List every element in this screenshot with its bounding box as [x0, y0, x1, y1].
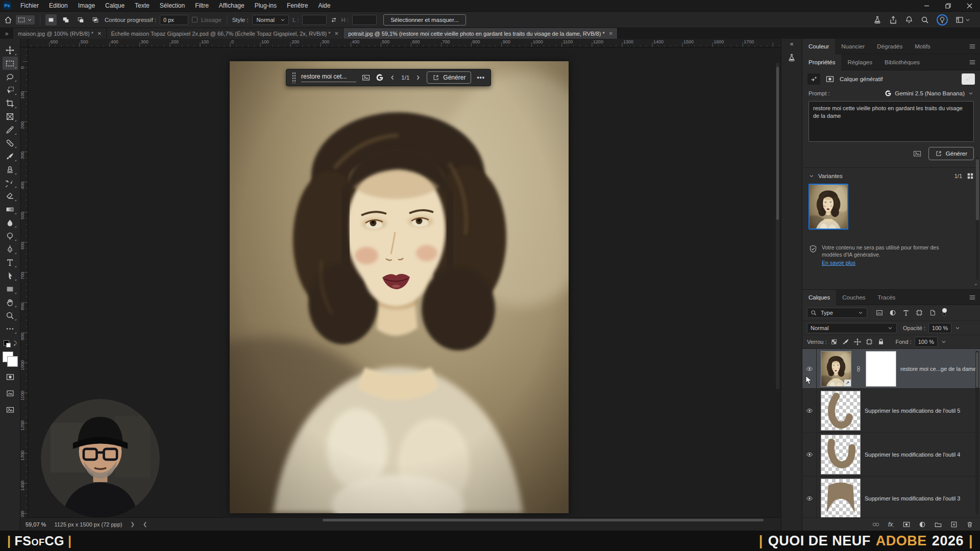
screen-mode-icon[interactable]	[3, 387, 18, 399]
filter-pixel-layers-icon[interactable]	[874, 308, 885, 318]
delete-layer-icon[interactable]	[966, 521, 973, 528]
foreground-background-swatches[interactable]	[3, 352, 18, 367]
vertical-ruler[interactable]: 0100200300400500600700800900100011001200…	[20, 47, 28, 517]
eraser-tool[interactable]	[3, 189, 18, 203]
layer-name[interactable]: restore moi ce...ge de la dame	[900, 366, 976, 372]
drag-handle-icon[interactable]	[292, 72, 296, 83]
scroll-down-icon[interactable]: ⌄	[974, 281, 978, 286]
home-icon[interactable]	[4, 16, 12, 24]
search-icon[interactable]	[921, 16, 929, 24]
layer-thumbnail[interactable]	[821, 391, 861, 431]
gradient-tool[interactable]	[3, 203, 18, 216]
document-tab-3[interactable]: potrait.jpg @ 59,1% (restore moi cette v…	[344, 28, 618, 39]
layer-thumbnail[interactable]	[821, 435, 861, 474]
filter-shape-layers-icon[interactable]	[914, 308, 924, 318]
layers-scrollbar[interactable]	[975, 351, 979, 514]
filter-toggle[interactable]	[941, 308, 947, 318]
filter-adjustment-layers-icon[interactable]	[888, 308, 898, 318]
horizontal-ruler[interactable]: 6005004003002001000100200300400500600700…	[20, 39, 781, 47]
brush-tool[interactable]	[3, 149, 18, 163]
canvas[interactable]: 0100200300400500600700800900100011001200…	[20, 47, 781, 517]
rectangle-tool[interactable]	[3, 282, 18, 295]
clone-stamp-tool[interactable]	[3, 163, 18, 176]
lock-position-icon[interactable]	[853, 338, 862, 346]
selection-mode-subtract-icon[interactable]	[75, 14, 86, 26]
spot-healing-brush-tool[interactable]	[3, 136, 18, 149]
prompt-input[interactable]: restore moi cet...	[301, 73, 356, 82]
close-button[interactable]	[959, 0, 980, 11]
previous-variant-icon[interactable]	[389, 74, 396, 81]
reference-image-icon[interactable]	[362, 73, 370, 82]
tab-close-icon[interactable]: ×	[335, 30, 339, 37]
panel-tab-couleur[interactable]: Couleur	[802, 39, 835, 54]
collapsed-panel-flask-icon[interactable]	[788, 54, 796, 62]
tab-close-icon[interactable]: ×	[609, 30, 613, 37]
lasso-tool[interactable]	[3, 70, 18, 83]
layer-thumbnail[interactable]: ↗	[821, 351, 851, 387]
visibility-toggle-eye-icon[interactable]	[802, 477, 817, 517]
default-swap-colors[interactable]: ⤸	[4, 340, 17, 347]
panel-tab-propri-t-s[interactable]: Propriétés	[802, 54, 841, 70]
history-brush-tool[interactable]	[3, 176, 18, 189]
frame-tool[interactable]	[3, 110, 18, 123]
anti-alias-checkbox[interactable]	[192, 17, 198, 22]
object-selection-tool[interactable]	[3, 83, 18, 96]
panel-tab-couches[interactable]: Couches	[836, 290, 871, 305]
menu-item-affichage[interactable]: Affichage	[214, 2, 250, 9]
menu-item-filtre[interactable]: Filtre	[190, 2, 214, 9]
path-selection-tool[interactable]	[3, 269, 18, 282]
collapse-variants-icon[interactable]	[808, 173, 815, 179]
layer-row-2[interactable]: Supprimer les modifications de l'outil 5	[802, 389, 980, 433]
beta-flask-icon[interactable]	[873, 16, 881, 24]
discover-lightbulb-icon[interactable]	[937, 14, 948, 26]
panel-menu-icon[interactable]	[969, 59, 976, 66]
layer-row-1[interactable]: ↗restore moi ce...ge de la dame	[802, 349, 980, 389]
generate-button[interactable]: Générer	[427, 71, 471, 84]
horizontal-scrollbar[interactable]	[323, 519, 764, 521]
more-options-icon[interactable]: •••	[477, 74, 485, 81]
menu-item-plug-ins[interactable]: Plug-ins	[250, 2, 282, 9]
variant-thumbnail-selected[interactable]	[808, 184, 848, 230]
width-input[interactable]	[302, 15, 327, 25]
menu-item-calque[interactable]: Calque	[100, 2, 130, 9]
panel-tab-calques[interactable]: Calques	[802, 290, 836, 305]
layer-style-fx-icon[interactable]: fx˯	[888, 521, 894, 528]
generative-task-bar[interactable]: restore moi cet... 1/1 Générer •••	[286, 69, 491, 86]
share-icon[interactable]	[889, 16, 897, 24]
crop-tool[interactable]	[3, 96, 18, 110]
swap-colors-icon[interactable]: ⤸	[14, 340, 17, 346]
filter-smart-objects-icon[interactable]	[927, 308, 938, 318]
lock-artboard-icon[interactable]	[865, 338, 874, 346]
tab-overflow-icon[interactable]: »	[0, 28, 13, 39]
layer-row-4[interactable]: Supprimer les modifications de l'outil 3	[802, 477, 980, 517]
panel-menu-icon[interactable]	[969, 294, 976, 301]
status-prev-icon[interactable]: ❮	[143, 521, 147, 527]
panel-tab-trac-s[interactable]: Tracés	[872, 290, 902, 305]
quick-mask-icon[interactable]	[3, 371, 18, 383]
adjustment-layer-icon[interactable]	[919, 521, 926, 528]
eyedropper-tool[interactable]	[3, 123, 18, 136]
opacity-dropdown-icon[interactable]	[954, 325, 961, 331]
panel-tab-r-glages[interactable]: Réglages	[841, 54, 878, 70]
workspace-switcher[interactable]	[955, 16, 971, 24]
height-input[interactable]	[352, 15, 377, 25]
notifications-bell-icon[interactable]	[905, 16, 913, 24]
layer-name[interactable]: Supprimer les modifications de l'outil 3	[865, 495, 960, 502]
layer-name[interactable]: Supprimer les modifications de l'outil 5	[865, 408, 960, 414]
mask-properties-icon[interactable]	[824, 73, 836, 85]
new-group-icon[interactable]	[935, 521, 942, 528]
default-colors-icon[interactable]	[4, 340, 9, 346]
hand-tool[interactable]	[3, 295, 18, 309]
document-tab-1[interactable]: maison.jpg @ 100% (RVB/8) *×	[13, 28, 107, 39]
new-layer-icon[interactable]	[950, 521, 958, 528]
rectangular-marquee-tool[interactable]	[3, 57, 18, 70]
generative-layer-icon[interactable]	[807, 73, 820, 85]
selection-mode-add-icon[interactable]	[60, 14, 71, 26]
lock-transparent-pixels-icon[interactable]	[830, 338, 839, 346]
fill-value[interactable]: 100 %	[915, 337, 938, 347]
type-tool[interactable]	[3, 256, 18, 269]
add-reference-image-icon[interactable]	[913, 149, 921, 158]
fill-dropdown-icon[interactable]	[941, 339, 947, 345]
panel-tab-d-grad-s[interactable]: Dégradés	[871, 39, 909, 54]
learn-more-link[interactable]: En savoir plus	[822, 259, 855, 266]
